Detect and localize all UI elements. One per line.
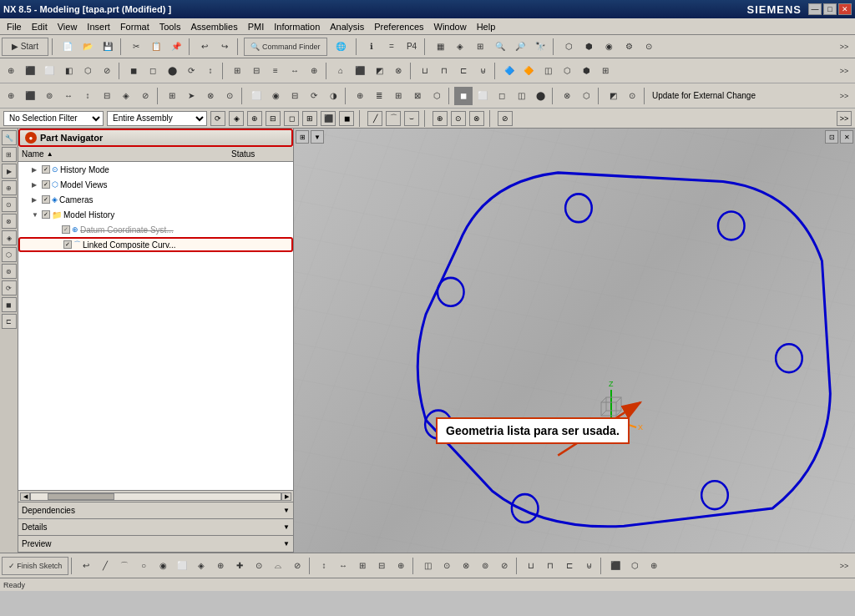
tb2-btn16[interactable]: ⊕ (305, 62, 323, 80)
filter-btn2[interactable]: ◈ (229, 111, 244, 126)
bt-btn8[interactable]: ⊕ (211, 557, 230, 575)
bt-btn9[interactable]: ✚ (230, 557, 249, 575)
bt-btn17[interactable]: ⊕ (392, 557, 410, 575)
bt-btn11[interactable]: ⌓ (269, 557, 287, 575)
tb2-btn29[interactable]: ⬢ (577, 62, 595, 80)
bt-btn25[interactable]: ⊏ (560, 557, 579, 575)
tb2-btn26[interactable]: 🔶 (519, 62, 538, 80)
checkbox-history[interactable]: ✓ (42, 165, 50, 174)
tb2-btn27[interactable]: ◫ (539, 62, 557, 80)
bt-btn16[interactable]: ⊟ (372, 557, 391, 575)
tb2-btn7[interactable]: ◼ (124, 62, 143, 80)
tb2-btn5[interactable]: ⬡ (78, 62, 97, 80)
tb3-btn25[interactable]: ◻ (493, 87, 511, 105)
sidebar-icon-11[interactable]: ◼ (2, 297, 17, 312)
nav-history-mode[interactable]: ▶ ✓ ⊙ History Mode (18, 162, 293, 177)
tb3-btn5[interactable]: ↕ (78, 87, 97, 105)
selection-filter-dropdown[interactable]: No Selection Filter (3, 111, 104, 126)
dependencies-section[interactable]: Dependencies ▼ (18, 502, 293, 519)
bt-btn23[interactable]: ⊔ (522, 557, 540, 575)
tb3-btn23[interactable]: ◼ (454, 87, 473, 105)
tb3-btn11[interactable]: ⊗ (201, 87, 220, 105)
tb3-btn10[interactable]: ➤ (182, 87, 200, 105)
bt-btn2[interactable]: ╱ (96, 557, 114, 575)
bt-btn4[interactable]: ○ (134, 557, 153, 575)
viewport[interactable]: X Z Y G (294, 129, 855, 553)
bt-btn7[interactable]: ◈ (192, 557, 210, 575)
sidebar-icon-3[interactable]: ▶ (2, 164, 17, 179)
sidebar-icon-4[interactable]: ⊕ (2, 180, 17, 195)
globe-btn[interactable]: 🌐 (329, 38, 352, 56)
tb2-btn25[interactable]: 🔷 (500, 62, 519, 80)
nav-cameras[interactable]: ▶ ✓ ◈ Cameras (18, 192, 293, 207)
tb2-btn23[interactable]: ⊏ (454, 62, 473, 80)
tb3-btn8[interactable]: ⊘ (136, 87, 154, 105)
expand-icon[interactable]: >> (835, 38, 853, 56)
filter-btn3[interactable]: ⊕ (247, 111, 262, 126)
vp-btn-fit[interactable]: ⊡ (825, 130, 838, 144)
details-section[interactable]: Details ▼ (18, 519, 293, 536)
tb2-btn12[interactable]: ⊞ (228, 62, 246, 80)
bt-btn3[interactable]: ⌒ (115, 557, 134, 575)
render-btn1[interactable]: ⬡ (559, 38, 578, 56)
assembly-filter-dropdown[interactable]: Entire Assembly (107, 111, 207, 126)
filter-expand[interactable]: >> (837, 111, 852, 126)
new-button[interactable]: 📄 (58, 38, 77, 56)
tb2-btn11[interactable]: ↕ (201, 62, 220, 80)
bt-btn18[interactable]: ◫ (418, 557, 437, 575)
menu-format[interactable]: Format (115, 20, 154, 33)
view-btn2[interactable]: ◈ (451, 38, 469, 56)
vp-btn-expand[interactable]: ⊞ (296, 130, 309, 144)
sidebar-icon-12[interactable]: ⊏ (2, 314, 17, 329)
expand-model-history[interactable]: ▼ (32, 211, 40, 219)
bt-expand[interactable]: >> (835, 557, 853, 575)
tb2-expand[interactable]: >> (835, 62, 853, 80)
nav-model-history[interactable]: ▼ ✓ 📁 Model History (18, 207, 293, 222)
tb3-btn15[interactable]: ⊟ (286, 87, 304, 105)
bt-btn29[interactable]: ⊕ (645, 557, 663, 575)
filter-btn6[interactable]: ⊞ (302, 111, 317, 126)
filter-btn15[interactable]: ⊘ (498, 111, 513, 126)
command-finder-btn[interactable]: 🔍 Command Finder (244, 38, 327, 56)
tb2-btn1[interactable]: ⊕ (2, 62, 20, 80)
preview-section[interactable]: Preview ▼ (18, 536, 293, 553)
filter-btn4[interactable]: ⊟ (266, 111, 281, 126)
tb3-btn4[interactable]: ↔ (59, 87, 78, 105)
menu-analysis[interactable]: Analysis (325, 20, 369, 33)
sidebar-icon-1[interactable]: 🔧 (2, 130, 17, 145)
bt-btn19[interactable]: ⊙ (438, 557, 456, 575)
tb3-btn29[interactable]: ⬡ (577, 87, 595, 105)
sidebar-icon-9[interactable]: ⊚ (2, 264, 17, 279)
tb2-btn18[interactable]: ⬛ (351, 62, 369, 80)
tb3-expand[interactable]: >> (835, 87, 853, 105)
tb3-btn20[interactable]: ⊞ (389, 87, 407, 105)
sidebar-icon-8[interactable]: ⬡ (2, 247, 17, 262)
bt-btn24[interactable]: ⊓ (541, 557, 559, 575)
tb3-btn28[interactable]: ⊗ (558, 87, 576, 105)
tb2-btn13[interactable]: ⊟ (247, 62, 266, 80)
tb3-btn6[interactable]: ⊟ (98, 87, 116, 105)
sidebar-icon-6[interactable]: ⊗ (2, 214, 17, 229)
bt-btn1[interactable]: ↩ (77, 557, 95, 575)
tb3-btn13[interactable]: ⬜ (247, 87, 266, 105)
tb2-btn22[interactable]: ⊓ (435, 62, 453, 80)
start-dropdown[interactable]: ▶ Start (2, 38, 48, 56)
sidebar-icon-7[interactable]: ◈ (2, 230, 17, 245)
bt-btn12[interactable]: ⊘ (288, 557, 306, 575)
copy-button[interactable]: 📋 (147, 38, 165, 56)
tb2-btn14[interactable]: ≡ (266, 62, 285, 80)
view-btn4[interactable]: 🔍 (491, 38, 509, 56)
menu-assemblies[interactable]: Assemblies (185, 20, 242, 33)
bt-btn26[interactable]: ⊎ (579, 557, 598, 575)
tb3-btn1[interactable]: ⊕ (2, 87, 20, 105)
menu-pmi[interactable]: PMI (243, 20, 270, 33)
checkbox-datum[interactable]: ✓ (62, 225, 70, 234)
menu-preferences[interactable]: Preferences (369, 20, 428, 33)
menu-help[interactable]: Help (472, 20, 501, 33)
bt-btn21[interactable]: ⊚ (476, 557, 494, 575)
tb3-btn16[interactable]: ⟳ (305, 87, 323, 105)
bt-btn10[interactable]: ⊙ (250, 557, 268, 575)
filter-btn5[interactable]: ◻ (284, 111, 299, 126)
tb2-btn10[interactable]: ⟳ (182, 62, 200, 80)
nav-linked-composite[interactable]: ✓ ⌒ Linked Composite Curv... (18, 237, 293, 252)
